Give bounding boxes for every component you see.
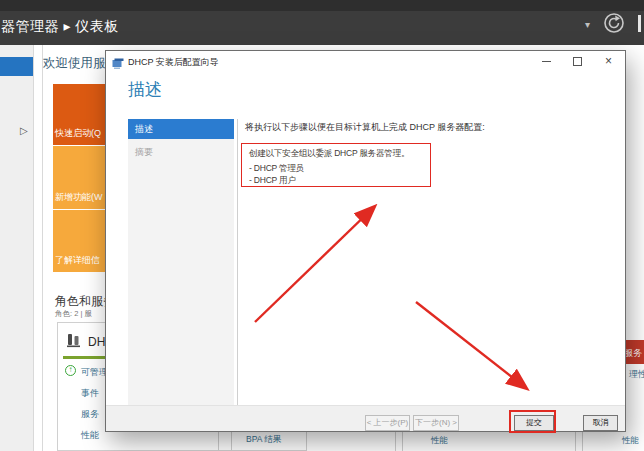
maximize-button[interactable] [561,51,594,72]
note-line: - DHCP 管理员 [249,163,304,175]
submit-button[interactable]: 提交 [514,415,554,431]
row-performance-fragment: 性能 [622,435,639,447]
chevron-down-icon[interactable]: ▾ [585,19,590,30]
page-title: 描述 [128,78,162,101]
dhcp-wizard-dialog: DHCP 安装后配置向导 × 描述 描述 摘要 将执行以下步骤以便在目标计算机上… [105,50,626,432]
dialog-title: DHCP 安装后配置向导 [128,56,219,69]
screen: 器管理器 ▸ 仪表板 ▾ ▷ 欢迎使用服 快速启动(Q 新增功能(W 了解详细信… [0,0,644,451]
dhcp-card-title[interactable]: DH [88,335,105,349]
refresh-icon[interactable] [603,12,625,34]
manageability-up-icon: ↑ [65,365,76,376]
row-manageability-fragment: 理性 [629,368,644,381]
tile-label: 新增功能(W [55,191,103,204]
note-line: 创建以下安全组以委派 DHCP 服务器管理。 [249,148,409,160]
titlebar-clipped-icon [638,15,641,32]
row-performance[interactable]: 性能 [81,429,99,442]
previous-button: < 上一步(P) [365,415,410,431]
tile-label: 快速启动(Q [55,127,101,140]
step-description-selected[interactable]: 描述 [128,119,234,139]
welcome-heading: 欢迎使用服 [43,55,106,72]
divider [33,45,34,451]
minimize-button[interactable] [530,51,563,72]
dhcp-role-icon [66,333,81,352]
next-button: 下一步(N) > [413,415,459,431]
note-line: - DHCP 用户 [249,175,296,187]
step-summary: 摘要 [135,146,153,159]
breadcrumb[interactable]: 器管理器 ▸ 仪表板 [1,18,119,36]
cancel-button[interactable]: 取消 [583,415,618,431]
minimize-icon [542,61,551,62]
wizard-intro-text: 将执行以下步骤以便在目标计算机上完成 DHCP 服务器配置: [245,121,485,134]
row-bpa-results-fragment: BPA 结果 [246,434,281,446]
divider [42,45,43,451]
row-services[interactable]: 服务 [81,408,99,421]
left-nav-column [0,45,33,451]
close-button[interactable]: × [592,51,625,72]
tile-label: 了解详细信 [55,254,100,267]
maximize-icon [573,57,582,66]
row-performance-fragment: 性能 [431,435,448,447]
dialog-titlebar[interactable]: DHCP 安装后配置向导 × [106,51,625,72]
collapse-pane-icon[interactable]: ▷ [20,125,28,136]
roles-section-subtext: 角色: 2 | 服 [55,309,92,319]
divider [237,119,238,406]
wizard-steps-pane [128,119,234,406]
row-events[interactable]: 事件 [81,387,99,400]
close-icon: × [592,51,625,72]
app-titlebar: 器管理器 ▸ 仪表板 ▾ [0,0,644,45]
wizard-icon [112,56,124,74]
nav-item-dashboard-selected[interactable] [0,57,33,76]
